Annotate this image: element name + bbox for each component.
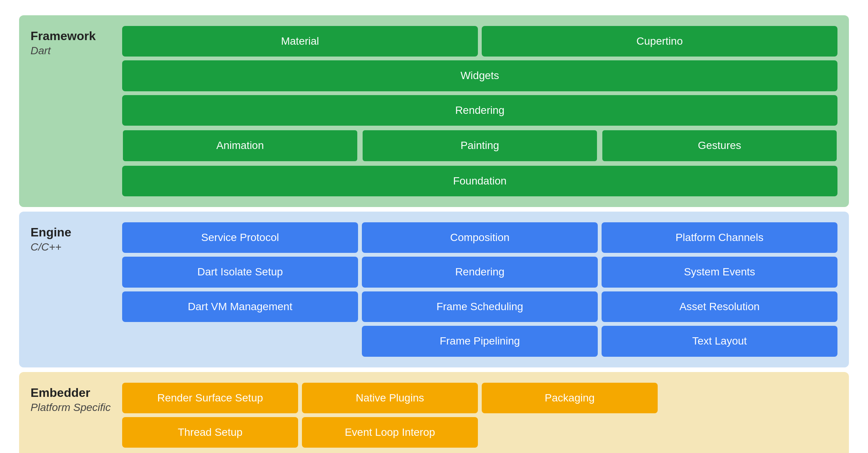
engine-cell-dart-vm-management: Dart VM Management: [122, 291, 358, 322]
framework-row-2: Widgets: [122, 60, 837, 91]
embedder-cell-packaging: Packaging: [482, 383, 658, 413]
engine-cell-text-layout: Text Layout: [602, 326, 837, 356]
engine-row-3: Dart VM Management Frame Scheduling Asse…: [122, 291, 837, 322]
embedder-cell-empty-3: [661, 417, 837, 448]
framework-row-3: Rendering: [122, 95, 837, 126]
engine-row-4: Frame Pipelining Text Layout: [122, 326, 837, 356]
framework-content: Material Cupertino Widgets Rendering Ani…: [122, 26, 837, 196]
framework-cell-widgets: Widgets: [122, 60, 837, 91]
flutter-architecture-diagram: Framework Dart Material Cupertino Widget…: [19, 15, 849, 453]
embedder-title: Embedder: [31, 386, 115, 400]
engine-cell-empty: [122, 326, 358, 356]
embedder-cell-empty-1: [661, 383, 837, 413]
framework-sublabel: Dart: [31, 45, 115, 57]
engine-sublabel: C/C++: [31, 241, 115, 253]
engine-cell-service-protocol: Service Protocol: [122, 222, 358, 253]
framework-cell-painting: Painting: [362, 129, 598, 162]
framework-row-5: Foundation: [122, 166, 837, 196]
embedder-cell-native-plugins: Native Plugins: [302, 383, 478, 413]
embedder-layer: Embedder Platform Specific Render Surfac…: [19, 372, 849, 453]
embedder-cell-thread-setup: Thread Setup: [122, 417, 298, 448]
framework-layer: Framework Dart Material Cupertino Widget…: [19, 15, 849, 207]
embedder-cell-empty-2: [482, 417, 658, 448]
embedder-content: Render Surface Setup Native Plugins Pack…: [122, 383, 837, 448]
framework-cell-cupertino: Cupertino: [482, 26, 837, 57]
framework-row-4: Animation Painting Gestures: [122, 129, 837, 162]
embedder-label: Embedder Platform Specific: [31, 383, 122, 448]
framework-row-1: Material Cupertino: [122, 26, 837, 57]
embedder-cell-render-surface-setup: Render Surface Setup: [122, 383, 298, 413]
engine-cell-frame-pipelining: Frame Pipelining: [362, 326, 598, 356]
engine-cell-composition: Composition: [362, 222, 598, 253]
framework-cell-material: Material: [122, 26, 478, 57]
engine-content: Service Protocol Composition Platform Ch…: [122, 222, 837, 357]
embedder-row-1: Render Surface Setup Native Plugins Pack…: [122, 383, 837, 413]
engine-cell-asset-resolution: Asset Resolution: [602, 291, 837, 322]
framework-title: Framework: [31, 29, 115, 43]
engine-cell-dart-isolate-setup: Dart Isolate Setup: [122, 257, 358, 287]
embedder-cell-event-loop-interop: Event Loop Interop: [302, 417, 478, 448]
framework-cell-gestures: Gestures: [602, 129, 837, 162]
engine-label: Engine C/C++: [31, 222, 122, 357]
engine-cell-system-events: System Events: [602, 257, 837, 287]
engine-row-2: Dart Isolate Setup Rendering System Even…: [122, 257, 837, 287]
engine-row-1: Service Protocol Composition Platform Ch…: [122, 222, 837, 253]
embedder-sublabel: Platform Specific: [31, 401, 115, 414]
engine-layer: Engine C/C++ Service Protocol Compositio…: [19, 212, 849, 367]
engine-cell-platform-channels: Platform Channels: [602, 222, 837, 253]
engine-cell-rendering: Rendering: [362, 257, 598, 287]
embedder-row-2: Thread Setup Event Loop Interop: [122, 417, 837, 448]
framework-cell-foundation: Foundation: [122, 166, 837, 196]
framework-cell-rendering: Rendering: [122, 95, 837, 126]
framework-cell-animation: Animation: [122, 129, 358, 162]
engine-cell-frame-scheduling: Frame Scheduling: [362, 291, 598, 322]
framework-label: Framework Dart: [31, 26, 122, 196]
engine-title: Engine: [31, 225, 115, 239]
